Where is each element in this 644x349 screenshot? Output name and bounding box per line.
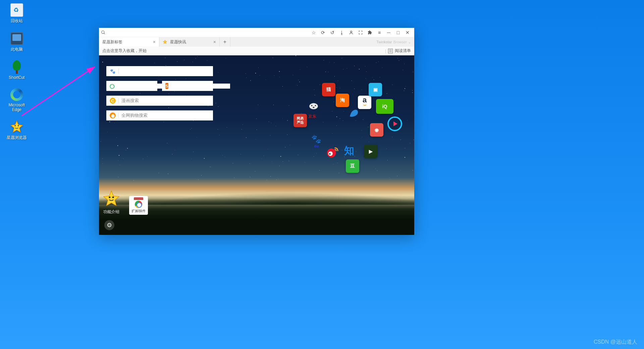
icon-label: 此电脑 xyxy=(11,47,23,52)
this-pc-icon xyxy=(10,32,23,45)
svg-line-6 xyxy=(104,33,105,34)
brand-suffix: Browser xyxy=(393,40,407,44)
desktop-icon-recycle-bin[interactable]: 回收站 xyxy=(5,3,29,24)
site-shortcut-douban[interactable]: 豆 xyxy=(346,159,359,173)
site-shortcut-weibo[interactable] xyxy=(326,145,339,159)
site-shortcut-bilibili[interactable]: ▣ xyxy=(369,83,382,96)
tab-close-icon[interactable]: × xyxy=(213,39,216,45)
site-shortcut-taobao[interactable]: 淘 xyxy=(336,94,349,107)
icon-label: 星愿浏览器 xyxy=(7,135,27,141)
screenshot-icon[interactable] xyxy=(356,29,365,36)
site-shortcut-jd[interactable] xyxy=(307,101,320,114)
tab-close-icon[interactable]: × xyxy=(153,39,156,45)
360-icon: ◯ xyxy=(110,83,115,89)
search-icon[interactable] xyxy=(101,30,106,35)
site-shortcut-youku[interactable] xyxy=(387,116,402,131)
site-shortcut-baidu[interactable]: 🐾du xyxy=(308,133,325,150)
account-icon[interactable] xyxy=(346,29,356,36)
svg-point-15 xyxy=(313,107,314,108)
site-shortcut-play[interactable]: ▶ xyxy=(364,145,377,158)
comic-search-box[interactable]: C 漫画搜索 xyxy=(106,96,213,106)
download-icon[interactable]: ⭳ xyxy=(337,29,346,36)
shopping-search-label: 全网购物搜索 xyxy=(121,112,148,118)
desktop-icons: 回收站 此电脑 ShortCut Microsoft Edge 星愿浏览器 xyxy=(5,3,29,141)
svg-point-12 xyxy=(309,103,318,109)
edge-icon xyxy=(10,88,23,101)
import-bookmarks-link[interactable]: 点击这里导入收藏，开始 xyxy=(102,48,147,54)
sogou-icon: S xyxy=(165,83,168,89)
icon-label: Microsoft Edge xyxy=(5,103,29,112)
maximize-button[interactable]: □ xyxy=(393,29,403,36)
extensions-icon[interactable] xyxy=(365,29,375,36)
annotation-arrow xyxy=(20,65,97,116)
360-search-box[interactable]: ◯ xyxy=(106,81,157,91)
comic-icon: C xyxy=(110,98,116,104)
site-shortcut-zhihu[interactable]: 知 xyxy=(342,144,356,157)
tab-bar: 星愿新标签 × 星愿快讯 × + Twinkstar Browser ⌄ xyxy=(99,37,414,47)
desktop-icon-twinkstar[interactable]: 星愿浏览器 xyxy=(5,120,29,141)
store-label: 扩展/插件 xyxy=(131,209,146,213)
recycle-bin-icon xyxy=(10,3,23,17)
svg-point-18 xyxy=(329,153,331,155)
svg-point-13 xyxy=(311,105,313,106)
bottom-tiles: 功能介绍 扩展/插件 xyxy=(103,190,148,215)
svg-point-21 xyxy=(112,196,114,198)
svg-point-5 xyxy=(102,31,104,33)
history-icon[interactable]: ↺ xyxy=(328,29,337,36)
svg-point-20 xyxy=(109,196,110,198)
search-stack: 🐾 ◯ S C 漫画搜索 xyxy=(106,66,213,120)
browser-brand: Twinkstar Browser ⌄ xyxy=(373,37,414,47)
svg-point-14 xyxy=(315,105,316,106)
shopping-icon: ◉ xyxy=(110,112,116,118)
minimize-button[interactable]: ─ xyxy=(384,29,393,36)
sogou-search-input[interactable] xyxy=(174,84,230,89)
features-tile[interactable]: 功能介绍 xyxy=(103,190,120,215)
chrome-store-icon: 扩展/插件 xyxy=(129,196,148,215)
baidu-search-box[interactable]: 🐾 xyxy=(106,66,213,76)
browser-window: ☆ ⟳ ↺ ⭳ ≡ ─ □ ✕ 星愿新标签 × 星愿快讯 × + Twinkst… xyxy=(99,28,414,235)
icon-label: 回收站 xyxy=(11,18,23,24)
tab-new-tab[interactable]: 星愿新标签 × xyxy=(99,37,159,47)
star-face-icon xyxy=(103,190,120,207)
desktop-icon-shortcut[interactable]: ShortCut xyxy=(5,60,29,80)
star-icon xyxy=(10,120,23,134)
svg-point-1 xyxy=(15,125,16,126)
comic-search-label: 漫画搜索 xyxy=(121,98,139,104)
baidu-search-input[interactable] xyxy=(121,69,210,74)
new-tab-button[interactable]: + xyxy=(220,37,230,47)
svg-line-4 xyxy=(21,67,95,116)
reading-list-icon xyxy=(388,49,393,53)
baidu-paw-icon: 🐾 xyxy=(110,68,116,74)
refresh-icon[interactable]: ⟳ xyxy=(318,29,328,36)
tab-news[interactable]: 星愿快讯 × xyxy=(159,37,220,47)
site-shortcut-tmall[interactable]: 猫 xyxy=(322,83,335,96)
site-shortcut-youtube-red[interactable]: ◉ xyxy=(370,123,383,137)
reading-list-button[interactable]: 阅读清单 xyxy=(395,48,411,54)
site-shortcut-iqiyi[interactable]: iQ xyxy=(376,99,393,114)
site-shortcuts-cloud: 猫淘a⌣▣iQ京东网易严选◉🐾du知▶豆 xyxy=(293,83,408,200)
favorite-icon[interactable]: ☆ xyxy=(309,29,318,36)
bookmark-bar: 点击这里导入收藏，开始 | 阅读清单 xyxy=(99,47,414,55)
menu-icon[interactable]: ≡ xyxy=(375,29,384,36)
svg-marker-0 xyxy=(11,121,23,132)
watermark: CSDN @远山道人 xyxy=(594,339,637,346)
site-shortcut-netease[interactable]: 网易严选 xyxy=(293,114,307,127)
icon-label: ShortCut xyxy=(9,75,24,80)
tab-title: 星愿新标签 xyxy=(102,39,122,45)
desktop-icon-this-pc[interactable]: 此电脑 xyxy=(5,32,29,52)
tab-title: 星愿快讯 xyxy=(170,39,186,45)
chevron-down-icon[interactable]: ⌄ xyxy=(408,40,411,44)
extensions-tile[interactable]: 扩展/插件 xyxy=(129,196,148,215)
svg-point-2 xyxy=(18,125,19,126)
site-shortcut-ctrip[interactable] xyxy=(347,106,361,120)
settings-gear-button[interactable]: ⚙ xyxy=(104,220,114,230)
new-tab-content: 🐾 ◯ S C 漫画搜索 xyxy=(99,55,414,235)
svg-marker-8 xyxy=(163,40,167,44)
sogou-search-box[interactable]: S xyxy=(162,81,213,91)
brand-name: Twinkstar xyxy=(376,40,392,44)
desktop-icon-edge[interactable]: Microsoft Edge xyxy=(5,88,29,112)
shopping-search-box[interactable]: ◉ 全网购物搜索 xyxy=(106,110,213,120)
svg-marker-19 xyxy=(104,191,119,206)
svg-point-7 xyxy=(351,31,352,33)
close-button[interactable]: ✕ xyxy=(403,29,412,36)
